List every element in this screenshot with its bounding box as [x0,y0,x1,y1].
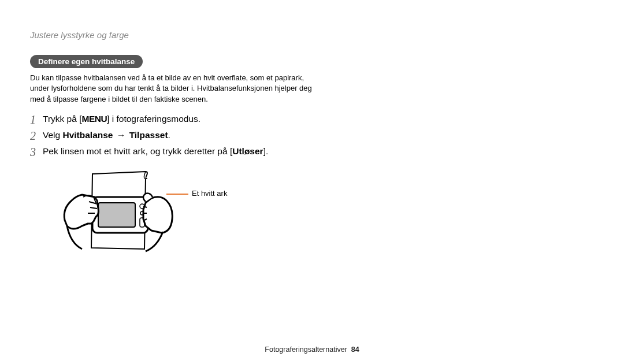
page-breadcrumb: Justere lysstyrke og farge [30,30,594,40]
step-text: Trykk på [MENU] i fotograferingsmodus. [43,113,434,125]
svg-rect-1 [98,203,135,227]
illustration-block: Et hvitt ark [59,168,594,272]
step-suffix: ]. [263,146,269,156]
step-list: 1 Trykk på [MENU] i fotograferingsmodus.… [30,113,434,159]
step-item-2: 2 Velg Hvitbalanse → Tilpasset. [30,129,434,143]
step-suffix: . [168,130,170,140]
intro-paragraph: Du kan tilpasse hvitbalansen ved å ta et… [30,73,325,105]
menu-label: MENU [81,114,107,124]
step-text: Pek linsen mot et hvitt ark, og trykk de… [43,145,434,158]
page-footer: Fotograferingsalternativer 84 [0,346,624,354]
section-header: Definere egen hvitbalanse [30,55,143,68]
camera-hands-illustration [59,168,174,261]
bold-term: Tilpasset [129,130,168,140]
callout-label: Et hvitt ark [192,189,227,198]
step-prefix: Velg [43,130,62,140]
callout-line [166,194,188,195]
page-number: 84 [351,346,359,354]
step-suffix: ] i fotograferingsmodus. [107,114,200,124]
step-number: 1 [30,113,43,127]
footer-section: Fotograferingsalternativer [265,346,347,354]
step-text: Velg Hvitbalanse → Tilpasset. [43,129,434,142]
bold-term: Utløser [232,146,263,156]
step-item-1: 1 Trykk på [MENU] i fotograferingsmodus. [30,113,434,127]
step-number: 2 [30,129,43,143]
step-prefix: Trykk på [ [43,114,81,124]
step-prefix: Pek linsen mot et hvitt ark, og trykk de… [43,146,232,156]
arrow-icon: → [116,130,127,140]
step-item-3: 3 Pek linsen mot et hvitt ark, og trykk … [30,145,434,159]
bold-term: Hvitbalanse [62,130,113,140]
step-number: 3 [30,145,43,159]
